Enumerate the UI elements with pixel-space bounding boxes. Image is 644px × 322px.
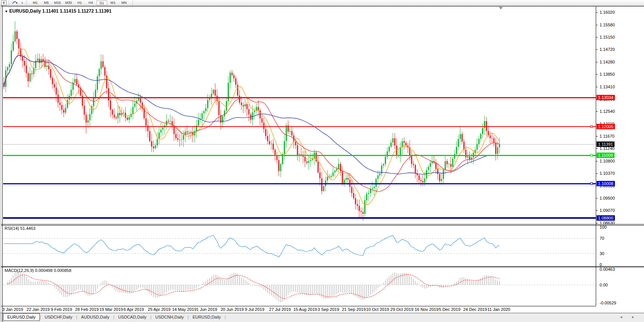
price-tick-mark — [596, 111, 598, 112]
price-chart-canvas[interactable] — [3, 7, 596, 224]
price-tick-mark — [596, 49, 598, 50]
price-line-badge[interactable]: 1.08800 — [597, 215, 615, 221]
price-tick-label: 1.15580 — [600, 23, 615, 27]
macd-tick-label: 0.00463 — [600, 267, 615, 272]
chart-shift-marker[interactable] — [499, 7, 503, 10]
timeframe-button-d1[interactable]: D1 — [96, 0, 107, 5]
date-tick-label: 9 Feb 2019 — [51, 307, 72, 312]
rsi-tick-label: 70 — [600, 236, 604, 241]
panel-splitter[interactable] — [1, 224, 644, 224]
price-tick-label: 1.11240 — [600, 146, 615, 151]
chart-tab-usdchf-daily[interactable]: USDCHF,Daily — [41, 314, 76, 320]
date-tick-label: 25 Apr 2019 — [148, 307, 170, 312]
panel-splitter[interactable] — [1, 266, 644, 267]
chart-tab-eurusd-daily[interactable]: EURUSD,Daily — [189, 314, 225, 320]
date-tick-label: 11 Jan 2020 — [487, 307, 510, 312]
rsi-indicator-canvas[interactable] — [3, 226, 596, 266]
tab-scroll-left-icon[interactable]: ◄ — [619, 315, 627, 319]
price-tick-label: 1.10370 — [600, 171, 615, 176]
price-tick-label: 1.09070 — [600, 208, 615, 213]
tab-scroll-right-icon[interactable]: ► — [631, 315, 639, 319]
text-tool-button[interactable]: T — [1, 0, 7, 5]
window-menu-caret-icon[interactable]: ▼ — [5, 10, 8, 13]
toolbar-drag-handle[interactable] — [26, 1, 27, 5]
price-tick-label: 1.14280 — [600, 60, 615, 64]
timeframe-button-h1[interactable]: H1 — [74, 0, 85, 5]
timeframe-button-m1[interactable]: M1 — [30, 0, 41, 5]
chart-bottom-border — [1, 306, 596, 306]
date-tick-label: 19 Mar 2019 — [99, 307, 123, 312]
price-tick-mark — [596, 74, 598, 75]
rsi-indicator-label: RSI(14) 51.4463 — [5, 226, 36, 231]
macd-tick-label: -0.00529 — [600, 301, 616, 305]
date-tick-label: 3 Sep 2019 — [318, 307, 339, 312]
price-tick-mark — [596, 223, 598, 223]
date-tick-label: 3 Jan 2019 — [2, 307, 23, 312]
price-line-badge[interactable]: 1.12005 — [597, 124, 615, 129]
date-tick-label: 27 Jul 2019 — [269, 307, 291, 312]
chart-ohlc-quotes: 1.11401 1.11415 1.11272 1.11391 — [42, 8, 111, 14]
chevron-down-icon[interactable]: ▾ — [20, 0, 24, 5]
panel-splitter[interactable] — [1, 225, 644, 226]
date-tick-label: 6 Apr 2019 — [124, 307, 144, 312]
price-tick-label: 1.14720 — [600, 47, 615, 52]
price-line-badge[interactable]: 1.11009 — [597, 153, 615, 158]
price-tick-mark — [596, 87, 598, 87]
date-tick-label: 22 Jan 2019 — [26, 307, 50, 312]
date-tick-label: 24 Dec 2019 — [463, 307, 487, 312]
tab-separator: | — [225, 315, 226, 319]
timeframe-button-m30[interactable]: M30 — [63, 0, 74, 5]
chart-tab-usdcad-daily[interactable]: USDCAD,Daily — [114, 314, 150, 320]
date-tick-label: 14 May 2019 — [172, 307, 196, 312]
chart-title: ▼ EURUSD,Daily 1.11401 1.11415 1.11272 1… — [5, 8, 111, 14]
cursor-arrows-icon — [11, 0, 18, 5]
date-tick-label: 16 Nov 2019 — [415, 307, 438, 312]
timeframe-button-m15[interactable]: M15 — [52, 0, 63, 5]
macd-indicator-canvas[interactable] — [3, 267, 596, 306]
timeframe-button-h4[interactable]: H4 — [85, 0, 96, 5]
macd-tick-label: 0.00 — [600, 283, 608, 287]
price-tick-label: 1.13850 — [600, 72, 615, 76]
price-tick-mark — [596, 37, 598, 37]
price-tick-mark — [596, 25, 598, 25]
chart-tab-eurusd-daily[interactable]: EURUSD,Daily — [3, 313, 40, 321]
price-tick-mark — [596, 62, 598, 62]
toolbar-separator — [8, 0, 9, 5]
price-tick-label: 1.10800 — [600, 159, 615, 163]
rsi-tick-label: 30 — [600, 251, 604, 256]
macd-indicator-label: MACD(12,26,9) 0.000498 0.000858 — [5, 268, 71, 273]
price-tick-label: 1.16020 — [600, 10, 615, 15]
tabs-container: EURUSD,Daily|USDCHF,Daily|AUDUSD,Daily|U… — [0, 313, 226, 320]
current-price-badge[interactable]: 1.11391 — [597, 141, 615, 147]
toolbar-separator — [132, 0, 133, 5]
timeframe-button-m5[interactable]: M5 — [41, 0, 52, 5]
price-tick-mark — [596, 148, 598, 149]
price-tick-mark — [596, 198, 598, 198]
chart-symbol-label: EURUSD,Daily — [9, 8, 41, 14]
chart-tab-bar: EURUSD,Daily|USDCHF,Daily|AUDUSD,Daily|U… — [0, 313, 644, 322]
price-tick-label: 1.09500 — [600, 196, 615, 200]
price-tick-label: 1.12540 — [600, 109, 615, 114]
window-frame-line — [1, 6, 1, 322]
chart-tab-audusd-daily[interactable]: AUDUSD,Daily — [77, 314, 113, 320]
price-tick-label: 1.15150 — [600, 35, 615, 39]
date-tick-label: 9 Jul 2019 — [245, 307, 265, 312]
price-line-badge[interactable]: 1.10008 — [597, 181, 615, 186]
panel-splitter[interactable] — [1, 267, 644, 267]
price-axis[interactable]: 1.160201.155801.151501.147201.142801.138… — [596, 6, 644, 306]
price-line-badge[interactable]: 1.13034 — [597, 95, 615, 100]
date-tick-label: 28 Feb 2019 — [75, 307, 99, 312]
window-frame-line — [1, 6, 644, 7]
price-tick-mark — [596, 161, 598, 161]
chart-tab-usdcnh-daily[interactable]: USDCNH,Daily — [151, 314, 188, 320]
tab-scroll-arrows: ◄ ► — [619, 315, 639, 319]
price-tick-mark — [596, 173, 598, 174]
date-tick-label: 15 Aug 2019 — [293, 307, 317, 312]
price-tick-mark — [596, 136, 598, 137]
timeframe-button-w1[interactable]: W1 — [108, 0, 118, 5]
date-tick-label: 5 Dec 2019 — [439, 307, 460, 312]
timeframe-button-mn[interactable]: MN — [119, 0, 129, 5]
date-tick-label: 1 Jun 2019 — [196, 307, 217, 312]
chart-tools-icon[interactable] — [10, 0, 20, 5]
time-axis[interactable]: 3 Jan 201922 Jan 20199 Feb 201928 Feb 20… — [0, 306, 596, 312]
